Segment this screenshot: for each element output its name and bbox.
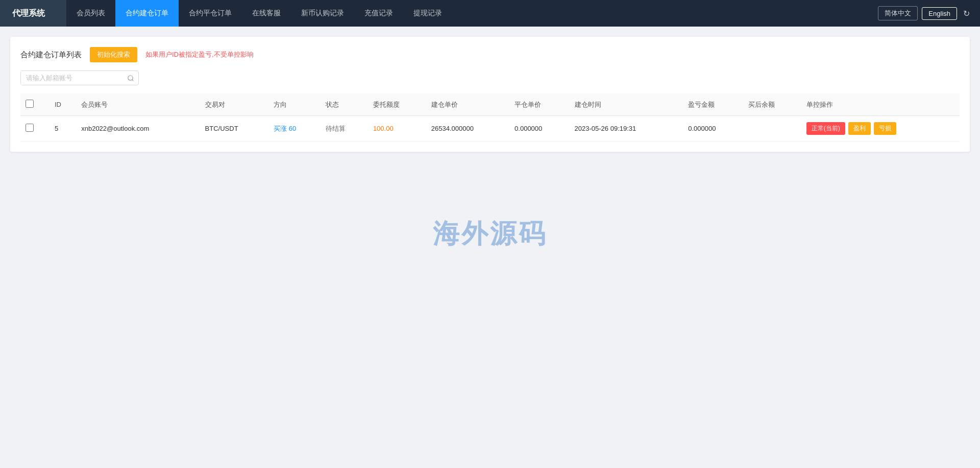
col-amount: 委托额度: [368, 93, 426, 116]
cell-close-price: 0.000000: [509, 116, 569, 142]
cell-checkbox: [20, 116, 50, 142]
col-open-price: 建仓单价: [426, 93, 509, 116]
col-close-price: 平仓单价: [509, 93, 569, 116]
cell-action: 正常(当前) 盈利 亏损: [801, 116, 960, 142]
col-balance: 买后余额: [743, 93, 801, 116]
header-right: 简体中文 English ↻: [878, 6, 980, 20]
search-icon: [127, 75, 134, 82]
col-direction: 方向: [268, 93, 320, 116]
direction-badge: 买涨 60: [274, 125, 296, 132]
cell-account: xnb2022@outlook.com: [76, 116, 200, 142]
nav-item-support[interactable]: 在线客服: [242, 0, 291, 27]
cell-pnl: 0.000000: [683, 116, 743, 142]
cell-id: 5: [50, 116, 76, 142]
warning-text: 如果用户ID被指定盈亏,不受单控影响: [145, 50, 254, 59]
table-head: ID 会员账号 交易对 方向 状态 委托额度 建仓单价 平仓单价 建仓时间 盈亏…: [20, 93, 960, 116]
lang-cn-button[interactable]: 简体中文: [878, 6, 918, 20]
content-card: 合约建仓订单列表 初始化搜索 如果用户ID被指定盈亏,不受单控影响 ID: [10, 37, 970, 152]
cell-pair: BTC/USDT: [200, 116, 269, 142]
col-pnl: 盈亏金额: [683, 93, 743, 116]
action-control-button[interactable]: 亏损: [874, 122, 896, 135]
search-button[interactable]: [123, 72, 138, 85]
action-buttons: 正常(当前) 盈利 亏损: [806, 122, 954, 135]
nav-item-recharge[interactable]: 充值记录: [354, 0, 403, 27]
nav-item-members[interactable]: 会员列表: [66, 0, 115, 27]
page-title: 合约建仓订单列表: [20, 50, 82, 60]
nav-item-withdraw[interactable]: 提现记录: [403, 0, 452, 27]
col-id: ID: [50, 93, 76, 116]
action-edit-button[interactable]: 盈利: [848, 122, 871, 135]
logo: 代理系统: [0, 0, 66, 27]
cell-status: 待结算: [321, 116, 368, 142]
main-content: 合约建仓订单列表 初始化搜索 如果用户ID被指定盈亏,不受单控影响 ID: [0, 27, 980, 162]
svg-point-0: [128, 75, 133, 80]
cell-open-time: 2023-05-26 09:19:31: [570, 116, 683, 142]
col-checkbox: [20, 93, 50, 116]
cell-balance: [743, 116, 801, 142]
search-input-wrap: [20, 71, 139, 85]
col-action: 单控操作: [801, 93, 960, 116]
nav-item-new-coin[interactable]: 新币认购记录: [291, 0, 354, 27]
nav-item-contract-close[interactable]: 合约平仓订单: [179, 0, 242, 27]
search-row: [20, 71, 960, 85]
action-normal-button[interactable]: 正常(当前): [806, 122, 845, 135]
select-all-checkbox[interactable]: [26, 100, 34, 108]
main-nav: 会员列表 合约建仓订单 合约平仓订单 在线客服 新币认购记录 充值记录 提现记录: [66, 0, 878, 27]
amount-value: 100.00: [373, 125, 394, 132]
init-search-button[interactable]: 初始化搜索: [90, 47, 137, 62]
table-body: 5 xnb2022@outlook.com BTC/USDT 买涨 60 待结算…: [20, 116, 960, 142]
title-row: 合约建仓订单列表 初始化搜索 如果用户ID被指定盈亏,不受单控影响: [20, 47, 960, 62]
orders-table: ID 会员账号 交易对 方向 状态 委托额度 建仓单价 平仓单价 建仓时间 盈亏…: [20, 93, 960, 142]
svg-line-1: [132, 79, 134, 81]
cell-amount: 100.00: [368, 116, 426, 142]
col-account: 会员账号: [76, 93, 200, 116]
cell-direction: 买涨 60: [268, 116, 320, 142]
table-row: 5 xnb2022@outlook.com BTC/USDT 买涨 60 待结算…: [20, 116, 960, 142]
cell-open-price: 26534.000000: [426, 116, 509, 142]
search-input[interactable]: [21, 71, 123, 85]
table-header-row: ID 会员账号 交易对 方向 状态 委托额度 建仓单价 平仓单价 建仓时间 盈亏…: [20, 93, 960, 116]
nav-item-contract-open[interactable]: 合约建仓订单: [115, 0, 179, 27]
header: 代理系统 会员列表 合约建仓订单 合约平仓订单 在线客服 新币认购记录 充值记录…: [0, 0, 980, 27]
row-checkbox[interactable]: [26, 124, 34, 132]
col-status: 状态: [321, 93, 368, 116]
col-pair: 交易对: [200, 93, 269, 116]
col-open-time: 建仓时间: [570, 93, 683, 116]
status-text: 待结算: [326, 125, 346, 132]
lang-en-button[interactable]: English: [922, 7, 957, 20]
refresh-icon[interactable]: ↻: [961, 7, 972, 20]
